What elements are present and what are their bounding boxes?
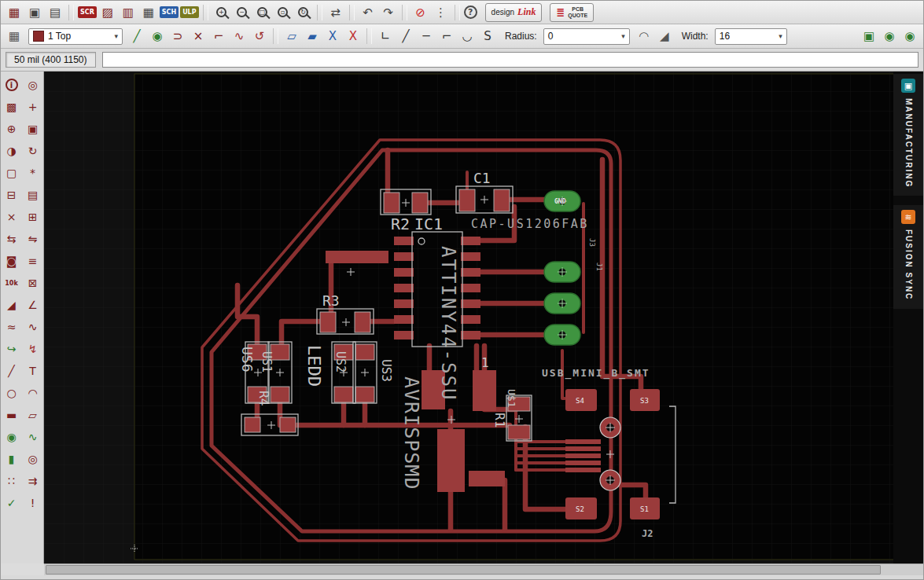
circle-tool-icon[interactable]: ○ — [2, 384, 21, 402]
command-input[interactable] — [102, 52, 919, 68]
loop-route-icon[interactable]: ↺ — [250, 27, 269, 46]
signal-tool-icon[interactable]: ∿ — [24, 428, 42, 446]
autoroute-tool-icon[interactable]: ⇉ — [24, 472, 42, 490]
grid-menu-icon[interactable]: ▦ — [5, 3, 24, 22]
grid-on-button[interactable]: ▣ — [860, 27, 878, 46]
bend-0-icon[interactable]: ─ — [417, 27, 436, 46]
smash-tool-icon[interactable]: ⊠ — [24, 273, 42, 292]
undo-icon[interactable]: ↶ — [359, 3, 377, 22]
trace-cut-icon[interactable]: × — [189, 27, 208, 46]
miter-tool-icon[interactable]: ◢ — [2, 296, 21, 314]
value-tool-icon[interactable]: 10k — [2, 273, 21, 292]
show-tool-icon[interactable]: ◎ — [24, 75, 42, 94]
rect-tool-icon[interactable]: ▬ — [2, 406, 21, 424]
cut-tool-icon[interactable]: ⊟ — [2, 185, 21, 204]
schematic-icon[interactable]: SCH — [160, 6, 179, 18]
display-layers-tool-icon[interactable]: ▩ — [2, 97, 21, 116]
change-tool-icon[interactable]: * — [24, 163, 42, 182]
columns-icon[interactable]: ▦ — [139, 3, 158, 22]
split-tool-icon[interactable]: ∠ — [24, 296, 42, 314]
pcb-quote-button[interactable]: ≣ PCB QUOTE — [550, 3, 594, 22]
ripup-tool-icon[interactable]: ↯ — [24, 340, 42, 358]
via-icon[interactable]: ◉ — [148, 27, 167, 46]
hook-route-icon[interactable]: ⊃ — [168, 27, 187, 46]
width-select[interactable]: 16 ▾ — [715, 28, 787, 45]
add-tool-icon[interactable]: ⊞ — [24, 207, 42, 226]
zoom-in-icon[interactable]: + — [212, 3, 231, 22]
more-icon[interactable]: ⋮ — [432, 3, 451, 22]
pcb-drawing[interactable]: C1CAP-US1206FABR2IC1ATTINY44-SSUR3US6US1… — [44, 72, 923, 563]
arc-tool-icon[interactable]: ◠ — [24, 384, 42, 402]
chart-icon[interactable]: ▥ — [119, 3, 138, 22]
horizontal-scrollbar[interactable] — [44, 563, 923, 575]
route-tool-icon[interactable]: ↪ — [2, 340, 21, 358]
miter-round-icon[interactable]: ◠ — [635, 27, 653, 46]
label-avrispsmd: AVRISPSMD — [400, 376, 423, 490]
via-tool-icon[interactable]: ◉ — [2, 428, 21, 446]
zoom-out-icon[interactable]: − — [233, 3, 252, 22]
pcb-canvas[interactable]: C1CAP-US1206FABR2IC1ATTINY44-SSUR3US6US1… — [44, 72, 923, 563]
ulp-icon[interactable]: ULP — [180, 6, 198, 18]
text-tool-icon[interactable]: T — [24, 362, 42, 380]
optimize-tool-icon[interactable]: ≈ — [2, 318, 21, 336]
bend-arc-icon[interactable]: ◡ — [458, 27, 477, 46]
label-ledd: LEDD — [304, 345, 324, 387]
info-tool-icon[interactable]: i — [6, 79, 18, 91]
meander-icon[interactable]: ∿ — [230, 27, 248, 46]
zoom-fit-icon[interactable]: □ — [253, 3, 272, 22]
coordinates-display: 50 mil (400 1150) — [6, 52, 96, 68]
move-tool-icon[interactable]: ⊕ — [2, 119, 21, 138]
group-tool-icon[interactable]: ▢ — [2, 163, 21, 182]
meander-tool-icon[interactable]: ∿ — [24, 318, 42, 336]
polygon-tool-icon[interactable]: ▱ — [24, 406, 42, 424]
hole-tool-icon[interactable]: ◎ — [24, 450, 42, 468]
radius-select[interactable]: 0 ▾ — [543, 28, 630, 45]
paste-tool-icon[interactable]: ▤ — [24, 185, 42, 204]
replace-tool-icon[interactable]: ⇋ — [24, 229, 42, 248]
grid-settings-icon[interactable]: ▦ — [5, 27, 24, 46]
stop-icon[interactable]: ⊘ — [411, 3, 430, 22]
copy-tool-icon[interactable]: ▣ — [24, 119, 42, 138]
tab-fusion-sync[interactable]: ≋ FUSION SYNC — [893, 205, 923, 308]
refresh-icon[interactable]: ⇄ — [326, 3, 345, 22]
rotate-tool-icon[interactable]: ↻ — [24, 141, 42, 160]
wire-tool-icon[interactable]: ╱ — [2, 362, 21, 380]
label-j3: J3 — [588, 238, 596, 247]
bend-90-icon[interactable]: ∟ — [376, 27, 395, 46]
pad-style-button[interactable]: ◉ — [900, 27, 919, 46]
errors-tool-icon[interactable]: ! — [24, 494, 42, 512]
bend-45-icon[interactable]: ╱ — [396, 27, 415, 46]
mark-tool-icon[interactable]: + — [24, 97, 42, 116]
separator — [317, 5, 322, 20]
via-style-button[interactable]: ◉ — [880, 27, 899, 46]
design-link-button[interactable]: design Link — [485, 3, 543, 22]
print-icon[interactable]: ▤ — [46, 3, 64, 22]
cancel-blue-icon[interactable]: X — [323, 27, 342, 46]
tab-manufacturing[interactable]: ▣ MANUFACTURING — [893, 74, 923, 196]
miter-straight-icon[interactable]: ◢ — [655, 27, 674, 46]
lock-tool-icon[interactable]: ◙ — [2, 251, 21, 270]
smd-pad-tool-icon[interactable]: ▮ — [2, 450, 21, 468]
polygon-filled-icon[interactable]: ▰ — [303, 27, 322, 46]
wire-pen-icon[interactable]: ╱ — [127, 27, 146, 46]
polygon-outline-icon[interactable]: ▱ — [282, 27, 301, 46]
mirror-tool-icon[interactable]: ◑ — [2, 141, 21, 160]
scrollbar-thumb[interactable] — [46, 565, 881, 574]
corner-route-icon[interactable]: ⌐ — [209, 27, 228, 46]
save-icon[interactable]: ▣ — [25, 3, 44, 22]
script-icon[interactable]: SCR — [78, 6, 97, 18]
zoom-select-icon[interactable]: ▫ — [274, 3, 293, 22]
layer-select[interactable]: 1 Top ▾ — [28, 28, 123, 45]
name-tool-icon[interactable]: ≡ — [24, 251, 42, 270]
zoom-redraw-icon[interactable]: ↻ — [294, 3, 313, 22]
ratsnest-tool-icon[interactable]: ∷ — [2, 472, 21, 490]
bend-s-icon[interactable]: S — [478, 27, 497, 46]
cancel-red-icon[interactable]: X — [344, 27, 363, 46]
help-icon[interactable]: ? — [464, 6, 477, 19]
image-export-icon[interactable]: ▨ — [98, 3, 117, 22]
bend-90r-icon[interactable]: ⌐ — [437, 27, 456, 46]
redo-icon[interactable]: ↷ — [379, 3, 398, 22]
drc-tool-icon[interactable]: ✓ — [2, 494, 21, 512]
delete-tool-icon[interactable]: × — [2, 207, 21, 226]
pinswap-tool-icon[interactable]: ⇆ — [2, 229, 21, 248]
